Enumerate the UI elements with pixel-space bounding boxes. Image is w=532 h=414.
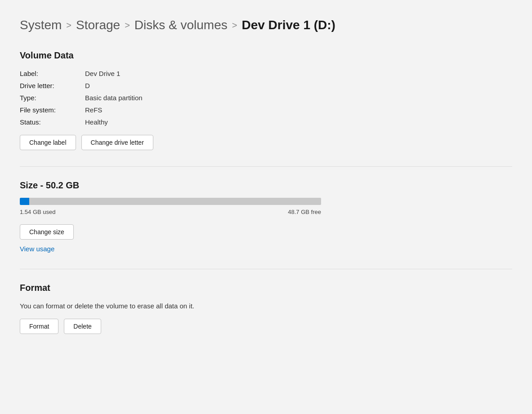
format-section: Format You can format or delete the volu…: [20, 283, 512, 334]
drive-letter-label: Drive letter:: [20, 82, 85, 89]
status-label: Status:: [20, 118, 85, 126]
format-buttons: Format Delete: [20, 319, 512, 334]
volume-data-title: Volume Data: [20, 50, 512, 61]
size-title: Size - 50.2 GB: [20, 180, 512, 191]
breadcrumb-system[interactable]: System: [20, 18, 62, 32]
volume-buttons: Change label Change drive letter: [20, 135, 512, 150]
type-value: Basic data partition: [85, 94, 143, 102]
used-label: 1.54 GB used: [20, 209, 56, 215]
format-button[interactable]: Format: [20, 319, 58, 334]
storage-bar-labels: 1.54 GB used 48.7 GB free: [20, 209, 321, 215]
breadcrumb-storage[interactable]: Storage: [76, 18, 120, 32]
storage-bar-used: [20, 198, 29, 205]
free-label: 48.7 GB free: [288, 209, 321, 215]
size-buttons: Change size: [20, 224, 512, 240]
file-system-value: ReFS: [85, 106, 102, 114]
size-section: Size - 50.2 GB 1.54 GB used 48.7 GB free…: [20, 180, 512, 253]
breadcrumb: System > Storage > Disks & volumes > Dev…: [20, 18, 512, 32]
breadcrumb-separator-3: >: [232, 20, 237, 31]
type-row: Type: Basic data partition: [20, 94, 512, 102]
status-value: Healthy: [85, 118, 108, 126]
storage-bar: [20, 198, 321, 205]
format-description: You can format or delete the volume to e…: [20, 302, 512, 310]
breadcrumb-separator-1: >: [66, 20, 72, 31]
delete-button[interactable]: Delete: [64, 319, 101, 334]
change-size-button[interactable]: Change size: [20, 224, 74, 240]
drive-letter-value: D: [85, 82, 90, 89]
type-label: Type:: [20, 94, 85, 102]
breadcrumb-separator-2: >: [125, 20, 130, 31]
view-usage-link[interactable]: View usage: [20, 245, 512, 253]
divider-2: [20, 269, 512, 269]
change-label-button[interactable]: Change label: [20, 135, 76, 150]
breadcrumb-disks-volumes[interactable]: Disks & volumes: [134, 18, 228, 32]
label-field-label: Label:: [20, 70, 85, 77]
label-row: Label: Dev Drive 1: [20, 70, 512, 77]
file-system-label: File system:: [20, 106, 85, 114]
volume-data-section: Volume Data Label: Dev Drive 1 Drive let…: [20, 50, 512, 150]
status-row: Status: Healthy: [20, 118, 512, 126]
change-drive-letter-button[interactable]: Change drive letter: [81, 135, 153, 150]
file-system-row: File system: ReFS: [20, 106, 512, 114]
breadcrumb-current: Dev Drive 1 (D:): [241, 18, 335, 32]
divider-1: [20, 166, 512, 167]
format-title: Format: [20, 283, 512, 293]
drive-letter-row: Drive letter: D: [20, 82, 512, 89]
label-field-value: Dev Drive 1: [85, 70, 120, 77]
